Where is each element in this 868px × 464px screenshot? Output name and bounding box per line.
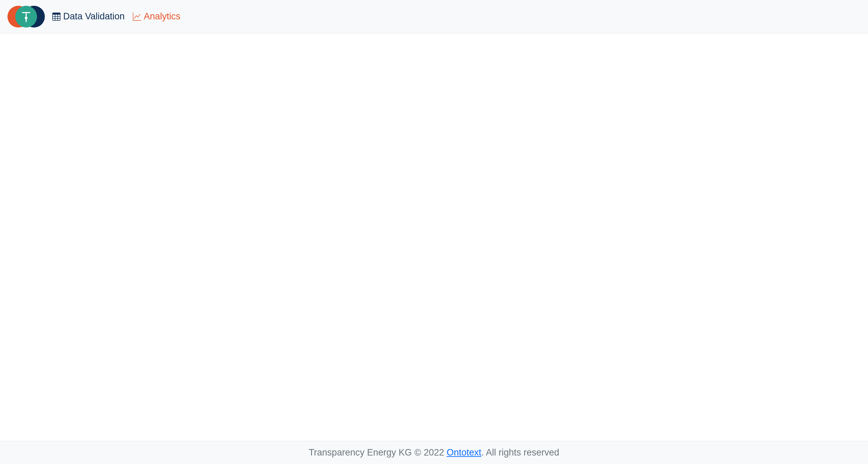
chart-line-icon <box>133 13 141 21</box>
nav-link-label: Analytics <box>144 11 180 22</box>
app-logo[interactable] <box>7 5 46 28</box>
navbar: Data Validation Analytics <box>0 0 868 33</box>
nav-link-label: Data Validation <box>63 11 125 22</box>
main-content <box>0 33 868 441</box>
nav-link-data-validation[interactable]: Data Validation <box>52 11 125 22</box>
footer-suffix: . All rights reserved <box>481 447 559 458</box>
svg-point-3 <box>25 17 27 19</box>
footer-link-ontotext[interactable]: Ontotext <box>447 447 481 458</box>
nav-link-analytics[interactable]: Analytics <box>133 11 180 22</box>
footer: Transparency Energy KG © 2022 Ontotext. … <box>0 441 868 464</box>
table-icon <box>52 13 60 21</box>
nav-links: Data Validation Analytics <box>52 11 180 22</box>
footer-prefix: Transparency Energy KG © 2022 <box>309 447 447 458</box>
